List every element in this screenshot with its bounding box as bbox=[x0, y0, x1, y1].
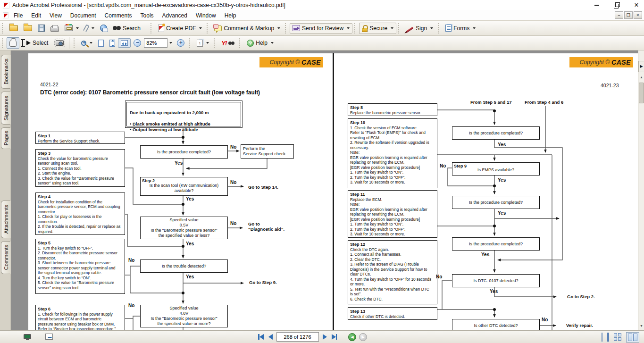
continuous-facing-layout-button[interactable] bbox=[614, 333, 621, 342]
tab-attachments[interactable]: Attachments bbox=[1, 201, 10, 238]
toolbar-grip[interactable] bbox=[438, 23, 440, 33]
print-button[interactable] bbox=[48, 23, 62, 33]
select-tool-button[interactable]: Select bbox=[19, 38, 51, 49]
tab-signatures[interactable]: Signatures bbox=[1, 92, 10, 125]
doc-restore-button[interactable]: ❐ bbox=[624, 11, 633, 19]
vertical-scrollbar[interactable]: ▶ ▲ ▼ bbox=[638, 50, 644, 330]
doc-minimize-button[interactable]: – bbox=[615, 11, 623, 19]
search-button[interactable]: Search bbox=[110, 23, 143, 33]
scroll-down-button[interactable]: ▼ bbox=[638, 323, 644, 329]
next-view-button[interactable]: ▶ bbox=[359, 333, 367, 341]
toolbar-grip[interactable] bbox=[354, 23, 357, 33]
restore-button[interactable] bbox=[613, 1, 620, 9]
toolbar-grip[interactable] bbox=[74, 38, 76, 48]
single-page-layout-button[interactable] bbox=[602, 333, 602, 342]
toolbar-grip[interactable] bbox=[285, 23, 287, 33]
create-pdf-button[interactable]: Create PDF bbox=[155, 23, 205, 34]
save-button[interactable] bbox=[35, 23, 48, 33]
snapshot-button[interactable] bbox=[53, 38, 67, 48]
toolbar-grip[interactable] bbox=[214, 38, 216, 48]
zoom-level-input[interactable] bbox=[144, 38, 167, 48]
zoom-tool-button[interactable] bbox=[78, 39, 95, 48]
continuous-layout-button[interactable] bbox=[607, 333, 609, 342]
attach-button[interactable] bbox=[82, 23, 97, 33]
help-icon bbox=[247, 40, 254, 47]
step-12-box: Step 12 Check the DTC again. 1. Connect … bbox=[348, 240, 437, 304]
verify-repair-label: Verify repair. bbox=[566, 323, 593, 328]
screen-mode-icon[interactable] bbox=[24, 334, 31, 339]
no-label: No bbox=[128, 258, 134, 263]
toolbar-grip[interactable] bbox=[239, 38, 242, 48]
dropdown-arrow-icon bbox=[430, 27, 433, 29]
doc-close-button[interactable]: × bbox=[634, 11, 642, 19]
comment-bubble-icon bbox=[214, 25, 222, 31]
zoom-dropdown-arrow-icon[interactable] bbox=[169, 42, 172, 44]
toolbar-grip[interactable] bbox=[2, 23, 4, 33]
flow-procedure-completed-text: Is the procedure completed? bbox=[157, 150, 211, 155]
menu-help[interactable]: Help bbox=[220, 11, 241, 20]
ibeam-cursor-icon bbox=[22, 40, 24, 47]
step-11-title: Step 11 bbox=[350, 192, 435, 197]
sign-button[interactable]: Sign bbox=[403, 23, 436, 33]
tab-pages[interactable]: Pages bbox=[1, 127, 10, 149]
toolbar-collapse-icon[interactable] bbox=[45, 334, 53, 340]
comment-markup-button[interactable]: Comment & Markup bbox=[211, 23, 283, 33]
tab-comments[interactable]: Comments bbox=[1, 241, 10, 274]
menu-view[interactable]: View bbox=[45, 11, 66, 20]
menu-advanced[interactable]: Advanced bbox=[158, 11, 192, 20]
case-logo: CASE bbox=[611, 59, 631, 66]
toolbar-grip[interactable] bbox=[151, 23, 153, 33]
minimize-button[interactable] bbox=[593, 1, 601, 9]
help-button[interactable]: Help bbox=[244, 38, 276, 49]
open-web-button[interactable] bbox=[21, 23, 35, 33]
facing-layout-button[interactable] bbox=[626, 332, 639, 343]
open-folder-icon bbox=[9, 25, 18, 31]
send-review-button[interactable]: Send for Review bbox=[290, 23, 352, 33]
menu-document[interactable]: Document bbox=[66, 11, 100, 20]
hand-tool-button[interactable] bbox=[7, 37, 19, 49]
zoom-out-button[interactable]: − bbox=[131, 37, 144, 49]
toolbar-grip[interactable] bbox=[398, 23, 401, 33]
menu-comments[interactable]: Comments bbox=[100, 11, 136, 20]
document-canvas[interactable]: Copyright © CASE 4021-22 DTC (error code… bbox=[11, 50, 638, 330]
view-toolbar: Select − + Y! Help bbox=[0, 36, 644, 50]
yes-label: Yes bbox=[490, 289, 498, 294]
forms-button[interactable]: Forms bbox=[443, 23, 478, 33]
panel-expand-arrow[interactable]: ▶ bbox=[638, 61, 644, 72]
pdf-doc-icon bbox=[3, 12, 8, 18]
email-button[interactable] bbox=[97, 23, 110, 33]
first-page-button[interactable] bbox=[257, 333, 265, 341]
menu-edit[interactable]: Edit bbox=[27, 11, 45, 20]
previous-view-button[interactable]: ◀ bbox=[348, 333, 356, 341]
fit-page-button[interactable] bbox=[95, 38, 107, 49]
yahoo-search-button[interactable]: Y! bbox=[218, 38, 237, 49]
scroll-up-button[interactable]: ▲ bbox=[638, 74, 644, 81]
fit-height-button[interactable] bbox=[107, 38, 118, 49]
next-page-button[interactable] bbox=[322, 333, 328, 341]
organizer-icon bbox=[65, 25, 73, 31]
fit-width-button[interactable] bbox=[118, 38, 131, 48]
toolbar-grip[interactable] bbox=[2, 38, 4, 48]
attachments-tab-label: Attachments bbox=[3, 205, 9, 234]
step-6-title: Step 6 bbox=[38, 307, 123, 312]
menu-file[interactable]: File bbox=[9, 11, 27, 20]
menu-window[interactable]: Window bbox=[192, 11, 220, 20]
flow-trouble-detected-box: Is the trouble detected? bbox=[140, 259, 228, 273]
previous-page-button[interactable] bbox=[268, 333, 274, 341]
menu-tools[interactable]: Tools bbox=[136, 11, 158, 20]
toolbar-grip[interactable] bbox=[207, 23, 209, 33]
close-button[interactable]: × bbox=[633, 1, 640, 9]
scrollbar-thumb[interactable] bbox=[639, 83, 644, 103]
last-page-button[interactable] bbox=[331, 333, 338, 341]
navigation-tabs-sidebar: Bookmarks Signatures Pages Attachments C… bbox=[0, 50, 10, 330]
copyright-text: Copyright © bbox=[580, 59, 610, 66]
secure-button[interactable]: Secure bbox=[359, 23, 396, 34]
organizer-button[interactable] bbox=[62, 23, 82, 33]
page-display-button[interactable] bbox=[194, 38, 212, 49]
open-button[interactable] bbox=[7, 23, 21, 33]
toolbar-grip[interactable] bbox=[189, 38, 192, 48]
flow-procedure-completed-text: Is the procedure completed? bbox=[469, 242, 523, 247]
tab-bookmarks[interactable]: Bookmarks bbox=[1, 55, 10, 89]
zoom-in-button[interactable]: + bbox=[174, 37, 187, 49]
page-indicator-input[interactable] bbox=[276, 332, 319, 342]
